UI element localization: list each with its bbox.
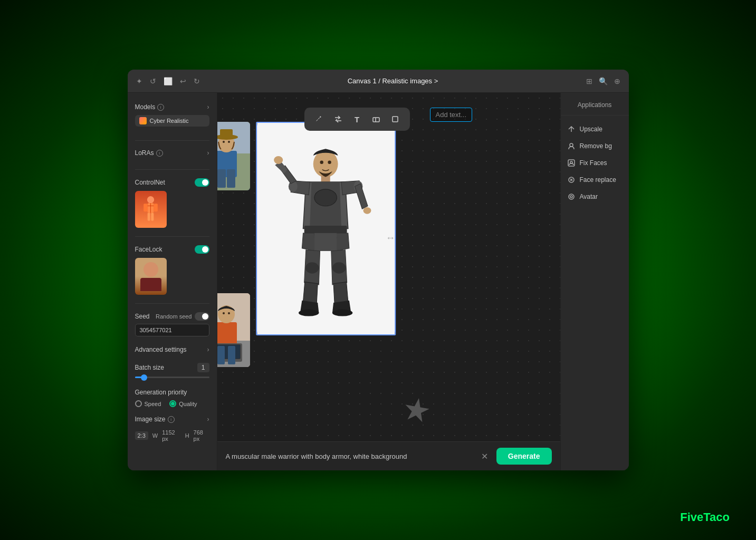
svg-rect-50 — [228, 346, 235, 364]
sidebar: Models i › Cyber Realistic LoRAs i — [128, 93, 217, 470]
avatar-icon — [567, 192, 576, 201]
speed-radio[interactable] — [135, 400, 142, 407]
svg-point-26 — [328, 161, 331, 164]
svg-point-33 — [223, 141, 225, 143]
advanced-settings-chevron[interactable]: › — [207, 346, 209, 353]
batch-slider-thumb[interactable] — [141, 374, 147, 381]
image-size-label: Image size i — [135, 416, 175, 423]
controlnet-toggle[interactable] — [195, 178, 209, 187]
facelock-section: FaceLock — [128, 241, 217, 299]
anatomy-svg — [141, 196, 160, 223]
redo-icon[interactable]: ↻ — [194, 77, 200, 85]
speed-label: Speed — [145, 401, 161, 407]
svg-point-56 — [570, 196, 572, 198]
svg-point-44 — [223, 312, 225, 314]
seed-input[interactable] — [135, 324, 209, 336]
svg-point-51 — [570, 143, 573, 147]
canvas-suffix[interactable]: Realistic images > — [382, 77, 438, 85]
loras-row: LoRAs i › — [135, 149, 209, 157]
height-label: H — [185, 432, 189, 439]
canvas-textbox[interactable]: Add text... — [430, 108, 473, 122]
advanced-settings-row[interactable]: Advanced settings › — [128, 341, 217, 359]
prompt-clear-btn[interactable]: ✕ — [479, 450, 491, 462]
svg-point-18 — [363, 207, 371, 214]
aspect-ratio: 2:3 — [135, 431, 148, 440]
canvas-prefix: Canvas 1 / — [348, 77, 382, 85]
svg-point-22 — [332, 262, 346, 273]
svg-rect-20 — [314, 233, 337, 251]
face-replace-icon — [567, 176, 576, 184]
cowboy-svg — [217, 122, 250, 190]
random-seed-label: Random seed — [156, 313, 192, 320]
model-chip[interactable]: Cyber Realistic — [135, 115, 209, 127]
speed-option[interactable]: Speed — [135, 400, 161, 407]
upscale-item[interactable]: Upscale — [561, 121, 629, 138]
file-icon[interactable]: ⬜ — [164, 77, 173, 85]
svg-rect-10 — [393, 117, 398, 122]
quality-label: Quality — [179, 401, 197, 407]
controlnet-image — [135, 191, 167, 228]
image-size-info-icon[interactable]: i — [168, 416, 175, 423]
batch-slider-container — [135, 377, 209, 378]
erase-tool-btn[interactable] — [368, 111, 385, 128]
svg-rect-32 — [220, 129, 233, 139]
quality-option[interactable]: Quality — [169, 400, 197, 407]
models-info-icon[interactable]: i — [157, 104, 164, 111]
loras-chevron-icon[interactable]: › — [207, 149, 209, 157]
width-value: 1152 px — [162, 429, 180, 442]
zoom-in-icon[interactable]: ⊕ — [614, 77, 620, 85]
crop-tool-btn[interactable] — [387, 111, 404, 128]
svg-rect-52 — [568, 160, 575, 166]
loras-info-icon[interactable]: i — [156, 150, 163, 157]
fix-faces-item[interactable]: Fix Faces — [561, 155, 629, 171]
title-bar-breadcrumb: Canvas 1 / Realistic images > — [348, 77, 438, 85]
canvas-area[interactable]: T Add text... — [217, 93, 560, 470]
zoom-out-icon[interactable]: 🔍 — [599, 77, 608, 85]
random-seed-toggle[interactable] — [195, 312, 209, 321]
svg-rect-4 — [148, 213, 150, 221]
app-window: ✦ ↺ ⬜ ↩ ↻ Canvas 1 / Realistic images > … — [128, 70, 629, 470]
face-replace-label: Face replace — [580, 176, 616, 184]
undo-icon[interactable]: ↩ — [180, 77, 186, 85]
quality-radio[interactable] — [169, 400, 176, 407]
canvas-main-image[interactable] — [256, 122, 396, 335]
svg-rect-5 — [151, 213, 154, 221]
refresh-icon[interactable]: ↺ — [150, 77, 156, 85]
prompt-input[interactable] — [226, 452, 473, 460]
batch-row: Batch size 1 — [135, 363, 209, 372]
side-image-cowboy[interactable] — [217, 122, 250, 190]
upscale-icon — [567, 125, 576, 133]
advanced-settings-label: Advanced settings — [135, 346, 187, 353]
fivetaco-watermark: FiveTaco — [680, 510, 730, 524]
image-size-chevron[interactable]: › — [207, 416, 209, 423]
face-replace-item[interactable]: Face replace — [561, 171, 629, 188]
random-seed-row: Random seed — [156, 312, 209, 321]
loras-label: LoRAs i — [135, 149, 163, 157]
models-section: Models i › Cyber Realistic — [128, 99, 217, 136]
remove-bg-item[interactable]: Remove bg — [561, 138, 629, 155]
loras-section: LoRAs i › — [128, 145, 217, 165]
priority-options: Speed Quality — [135, 400, 209, 407]
cursor-icon[interactable]: ✦ — [136, 77, 142, 85]
side-image-man-laptop[interactable] — [217, 293, 250, 367]
priority-label: Generation priority — [135, 389, 209, 396]
canvas-toolbar: T — [304, 108, 410, 131]
shuffle-tool-btn[interactable] — [330, 111, 347, 128]
batch-slider-track[interactable] — [135, 377, 209, 378]
brush-tool-btn[interactable] — [311, 111, 328, 128]
text-tool-btn[interactable]: T — [349, 111, 366, 128]
facelock-toggle[interactable] — [195, 245, 209, 254]
svg-rect-35 — [217, 169, 226, 188]
grid-icon[interactable]: ⊞ — [586, 77, 592, 85]
models-row: Models i › — [135, 103, 209, 111]
resize-handle[interactable]: ↔ — [386, 233, 395, 244]
batch-size-label: Batch size — [135, 364, 164, 371]
facelock-row: FaceLock — [135, 245, 209, 254]
image-size-details: 2:3 W 1152 px H 768 px — [128, 427, 217, 444]
avatar-item[interactable]: Avatar — [561, 188, 629, 205]
face-body — [140, 278, 161, 291]
models-chevron-icon[interactable]: › — [207, 103, 209, 111]
width-label: W — [152, 432, 158, 439]
generate-button[interactable]: Generate — [496, 448, 552, 465]
svg-point-17 — [274, 156, 283, 164]
